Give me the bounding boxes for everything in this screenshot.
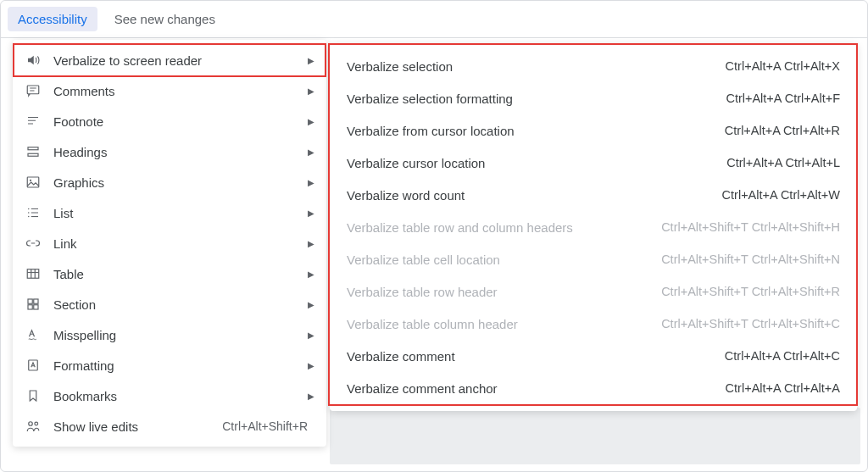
menu-item-graphics[interactable]: Graphics ▶ (13, 167, 326, 197)
chevron-right-icon: ▶ (306, 117, 314, 126)
speaker-icon (25, 52, 42, 69)
chevron-right-icon: ▶ (306, 178, 314, 187)
submenu-item-shortcut: Ctrl+Alt+A Ctrl+Alt+R (725, 124, 840, 137)
svg-point-25 (29, 422, 33, 426)
submenu-item-label: Verbalize table column header (347, 317, 661, 331)
headings-icon (25, 143, 42, 160)
bookmark-icon (25, 387, 42, 404)
menu-item-label: List (53, 206, 306, 220)
menu-item-comments[interactable]: Comments ▶ (13, 75, 326, 106)
submenu-item-label: Verbalize table row and column headers (347, 220, 661, 235)
menu-item-bookmarks[interactable]: Bookmarks ▶ (13, 380, 326, 411)
menu-item-misspelling[interactable]: Misspelling ▶ (13, 319, 326, 350)
submenu-item-label: Verbalize table cell location (347, 253, 661, 267)
menu-item-show-live-edits[interactable]: Show live edits Ctrl+Alt+Shift+R (13, 411, 326, 441)
menu-item-label: Verbalize to screen reader (53, 53, 306, 68)
menu-item-label: Headings (53, 145, 306, 159)
svg-rect-7 (28, 153, 38, 156)
chevron-right-icon: ▶ (306, 56, 314, 65)
submenu-item-shortcut: Ctrl+Alt+A Ctrl+Alt+C (725, 349, 840, 363)
svg-rect-0 (27, 86, 39, 94)
submenu-item-verbalize-selection-formatting[interactable]: Verbalize selection formatting Ctrl+Alt+… (330, 82, 857, 114)
submenu-item-label: Verbalize comment (347, 349, 725, 364)
chevron-right-icon: ▶ (306, 330, 314, 340)
submenu-item-verbalize-word-count[interactable]: Verbalize word count Ctrl+Alt+A Ctrl+Alt… (330, 179, 857, 211)
chevron-right-icon: ▶ (306, 147, 314, 157)
submenu-item-verbalize-from-cursor-location[interactable]: Verbalize from cursor location Ctrl+Alt+… (330, 114, 857, 147)
svg-rect-20 (28, 299, 32, 303)
chevron-right-icon: ▶ (306, 361, 314, 370)
comments-icon (25, 82, 42, 99)
menu-item-link[interactable]: Link ▶ (13, 228, 326, 258)
menu-item-label: Section (53, 297, 306, 312)
menu-item-verbalize-to-screen-reader[interactable]: Verbalize to screen reader ▶ (13, 45, 326, 75)
submenu-item-shortcut: Ctrl+Alt+Shift+T Ctrl+Alt+Shift+N (661, 253, 840, 266)
table-icon (25, 265, 42, 282)
menu-item-label: Footnote (53, 114, 306, 129)
misspelling-icon (25, 326, 42, 343)
menu-item-label: Table (53, 267, 306, 281)
submenu-item-verbalize-table-cell-location: Verbalize table cell location Ctrl+Alt+S… (330, 243, 857, 275)
chevron-right-icon: ▶ (306, 269, 314, 279)
submenu-item-label: Verbalize table row header (347, 285, 661, 299)
submenu-item-label: Verbalize selection (347, 59, 726, 74)
svg-point-9 (30, 180, 31, 181)
submenu-item-label: Verbalize cursor location (347, 156, 726, 170)
submenu-item-verbalize-comment[interactable]: Verbalize comment Ctrl+Alt+A Ctrl+Alt+C (330, 340, 857, 372)
submenu-item-label: Verbalize comment anchor (347, 381, 726, 396)
menu-item-list[interactable]: List ▶ (13, 197, 326, 228)
link-icon (25, 235, 42, 252)
submenu-item-shortcut: Ctrl+Alt+Shift+T Ctrl+Alt+Shift+H (661, 220, 840, 234)
submenu-item-shortcut: Ctrl+Alt+A Ctrl+Alt+L (726, 156, 840, 169)
submenu-item-verbalize-selection[interactable]: Verbalize selection Ctrl+Alt+A Ctrl+Alt+… (330, 50, 857, 82)
svg-rect-21 (34, 299, 38, 303)
chevron-right-icon: ▶ (306, 208, 314, 218)
accessibility-menu: Verbalize to screen reader ▶ Comments ▶ … (13, 40, 326, 447)
graphics-icon (25, 174, 42, 191)
submenu-item-shortcut: Ctrl+Alt+A Ctrl+Alt+W (722, 188, 840, 202)
submenu-item-label: Verbalize selection formatting (347, 92, 726, 106)
menu-item-formatting[interactable]: Formatting ▶ (13, 350, 326, 380)
submenu-item-verbalize-table-column-header: Verbalize table column header Ctrl+Alt+S… (330, 308, 857, 340)
svg-rect-23 (34, 305, 38, 309)
chevron-right-icon: ▶ (306, 86, 314, 96)
chevron-right-icon: ▶ (306, 239, 314, 248)
submenu-item-shortcut: Ctrl+Alt+Shift+T Ctrl+Alt+Shift+R (661, 285, 840, 298)
submenu-item-label: Verbalize word count (347, 188, 722, 203)
submenu-item-shortcut: Ctrl+Alt+A Ctrl+Alt+X (726, 59, 840, 73)
menu-item-label: Show live edits (53, 419, 222, 434)
svg-point-11 (28, 212, 30, 214)
submenu-item-verbalize-comment-anchor[interactable]: Verbalize comment anchor Ctrl+Alt+A Ctrl… (330, 372, 857, 404)
menu-item-label: Misspelling (53, 328, 306, 342)
submenu-item-verbalize-cursor-location[interactable]: Verbalize cursor location Ctrl+Alt+A Ctr… (330, 147, 857, 179)
menu-item-label: Comments (53, 84, 306, 98)
svg-rect-8 (27, 177, 39, 187)
svg-point-26 (35, 422, 38, 425)
live-edits-icon (25, 418, 42, 435)
menu-item-footnote[interactable]: Footnote ▶ (13, 106, 326, 136)
topbar: Accessibility See new changes (1, 1, 867, 38)
menu-item-label: Graphics (53, 175, 306, 190)
verbalize-submenu: Verbalize selection Ctrl+Alt+A Ctrl+Alt+… (330, 43, 857, 411)
menu-item-table[interactable]: Table ▶ (13, 258, 326, 289)
menu-item-label: Formatting (53, 358, 306, 373)
submenu-item-label: Verbalize from cursor location (347, 124, 725, 138)
formatting-icon (25, 357, 42, 374)
submenu-item-shortcut: Ctrl+Alt+Shift+T Ctrl+Alt+Shift+C (661, 317, 840, 330)
tab-accessibility[interactable]: Accessibility (8, 7, 97, 31)
submenu-item-verbalize-table-row-header: Verbalize table row header Ctrl+Alt+Shif… (330, 275, 857, 308)
submenu-item-shortcut: Ctrl+Alt+A Ctrl+Alt+A (726, 381, 840, 395)
svg-rect-22 (28, 305, 32, 309)
document-background (330, 408, 860, 464)
chevron-right-icon: ▶ (306, 300, 314, 309)
svg-rect-6 (28, 147, 38, 150)
submenu-item-verbalize-table-row-and-column-headers: Verbalize table row and column headers C… (330, 211, 857, 243)
menu-item-headings[interactable]: Headings ▶ (13, 136, 326, 167)
menu-item-label: Bookmarks (53, 389, 306, 403)
button-see-new-changes[interactable]: See new changes (104, 7, 225, 31)
menu-item-shortcut: Ctrl+Alt+Shift+R (222, 419, 308, 433)
submenu-item-shortcut: Ctrl+Alt+A Ctrl+Alt+F (726, 92, 840, 105)
menu-item-section[interactable]: Section ▶ (13, 289, 326, 319)
svg-point-10 (28, 208, 30, 210)
section-icon (25, 296, 42, 313)
